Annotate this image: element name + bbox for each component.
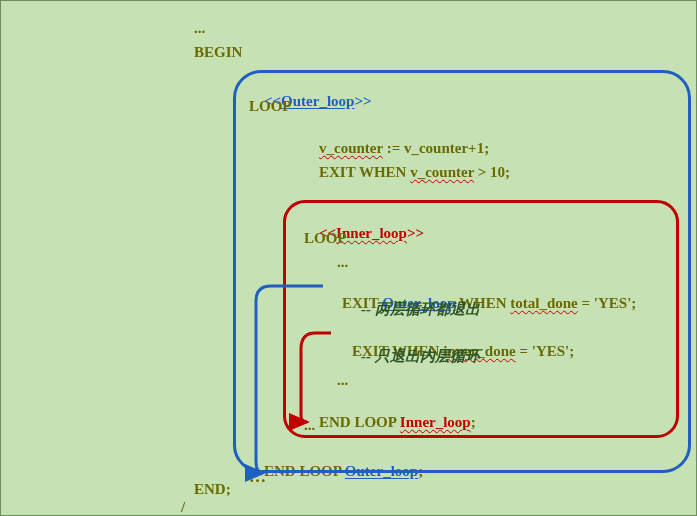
inner-label-name: Inner_loop — [336, 225, 407, 241]
end-loop-inner-ref: Inner_loop — [400, 414, 471, 430]
code-comment-both-exit: -- 两层循环都退出 — [361, 300, 480, 318]
code-end-loop-inner: END LOOP Inner_loop; — [304, 395, 476, 449]
code-end-loop-outer: END LOOP Outer_loop; — [249, 444, 423, 498]
outer-label-close: >> — [354, 93, 371, 109]
code-end: END; — [194, 480, 231, 498]
code-begin: BEGIN — [194, 43, 242, 61]
code-outer-loop-kw: LOOP — [249, 97, 292, 115]
total-done: total_done — [510, 295, 578, 311]
end-loop-inner-kw: END LOOP — [319, 414, 400, 430]
end-loop-outer-ref: Outer_loop — [345, 463, 418, 479]
code-inner-ellipsis1: ... — [337, 253, 348, 271]
code-inner-ellipsis3: ... — [304, 416, 315, 434]
code-exit-when-outer: EXIT WHEN v_counter > 10; — [304, 145, 510, 199]
gt10: > 10; — [474, 164, 510, 180]
code-ellipsis-top: ... — [194, 19, 205, 37]
diagram-canvas: ... BEGIN <<Outer_loop>> LOOP v_counter … — [0, 0, 697, 516]
exit-when1: EXIT WHEN — [319, 164, 410, 180]
code-inner-loop-kw: LOOP — [304, 229, 347, 247]
outer-label-name: Outer_loop — [281, 93, 354, 109]
end-loop-outer-kw: END LOOP — [264, 463, 345, 479]
eq-yes1: = 'YES'; — [578, 295, 637, 311]
vcounter2: v_counter — [410, 164, 474, 180]
end-loop-inner-semi: ; — [471, 414, 476, 430]
code-ellipsis-bottom: … — [249, 468, 266, 486]
eq-yes2: = 'YES'; — [516, 343, 575, 359]
code-slash: / — [181, 498, 185, 516]
end-loop-outer-semi: ; — [418, 463, 423, 479]
code-inner-ellipsis2: ... — [337, 371, 348, 389]
code-comment-inner-exit: -- 只退出内层循环 — [361, 347, 480, 365]
inner-label-close: >> — [407, 225, 424, 241]
